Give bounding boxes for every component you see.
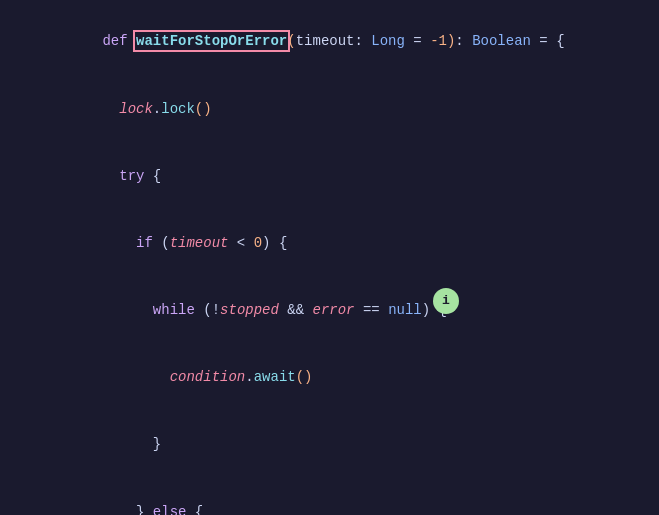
colon-2: :: [455, 33, 472, 49]
code-line-1: def waitForStopOrError(timeout: Long = -…: [0, 8, 659, 75]
kw-while-1: while: [153, 302, 195, 318]
line-content-2: lock.lock(): [52, 75, 212, 142]
param-timeout: timeout: [296, 33, 355, 49]
var-stopped-1: stopped: [220, 302, 279, 318]
indent-6: [102, 369, 169, 385]
line-content-3: try {: [52, 142, 161, 209]
var-condition-1: condition: [170, 369, 246, 385]
fn-name-highlight: waitForStopOrError: [136, 33, 287, 49]
indent-2: [102, 101, 119, 117]
kw-else: else: [153, 504, 187, 515]
num-neg1: -1: [430, 33, 447, 49]
indent-5: [102, 302, 152, 318]
colon-1: :: [354, 33, 371, 49]
line-content-5: while (!stopped && error == null) {: [52, 277, 447, 344]
var-lock-1: lock: [119, 101, 153, 117]
kw-try: try: [119, 168, 144, 184]
paren-1: (: [287, 33, 295, 49]
method-lock: lock: [161, 101, 195, 117]
type-long: Long: [371, 33, 405, 49]
var-error-1: error: [313, 302, 355, 318]
line-content-7: }: [52, 411, 161, 478]
method-await: await: [254, 369, 296, 385]
badge-symbol: i: [442, 291, 450, 312]
line-content-6: condition.await(): [52, 344, 313, 411]
code-editor: def waitForStopOrError(timeout: Long = -…: [0, 0, 659, 515]
code-line-3: try {: [0, 142, 659, 209]
null-1: null: [388, 302, 422, 318]
num-0: 0: [254, 235, 262, 251]
type-bool: Boolean: [472, 33, 531, 49]
code-line-6: condition.await(): [0, 344, 659, 411]
line-content-4: if (timeout < 0) {: [52, 210, 287, 277]
code-line-4: if (timeout < 0) {: [0, 210, 659, 277]
indent-4: [102, 235, 136, 251]
code-line-2: lock.lock(): [0, 75, 659, 142]
equals-2: = {: [531, 33, 565, 49]
kw-if-1: if: [136, 235, 153, 251]
var-timeout: timeout: [170, 235, 229, 251]
indent-7: [102, 436, 152, 452]
equals-1: =: [405, 33, 430, 49]
code-line-7: }: [0, 411, 659, 478]
kw-def: def: [102, 33, 136, 49]
line-content-8: } else {: [52, 478, 203, 515]
indent-3: [102, 168, 119, 184]
indent-8: [102, 504, 136, 515]
info-badge[interactable]: i: [433, 288, 459, 314]
line-content-1: def waitForStopOrError(timeout: Long = -…: [52, 8, 565, 75]
code-line-8: } else {: [0, 478, 659, 515]
code-line-5: while (!stopped && error == null) {: [0, 277, 659, 344]
